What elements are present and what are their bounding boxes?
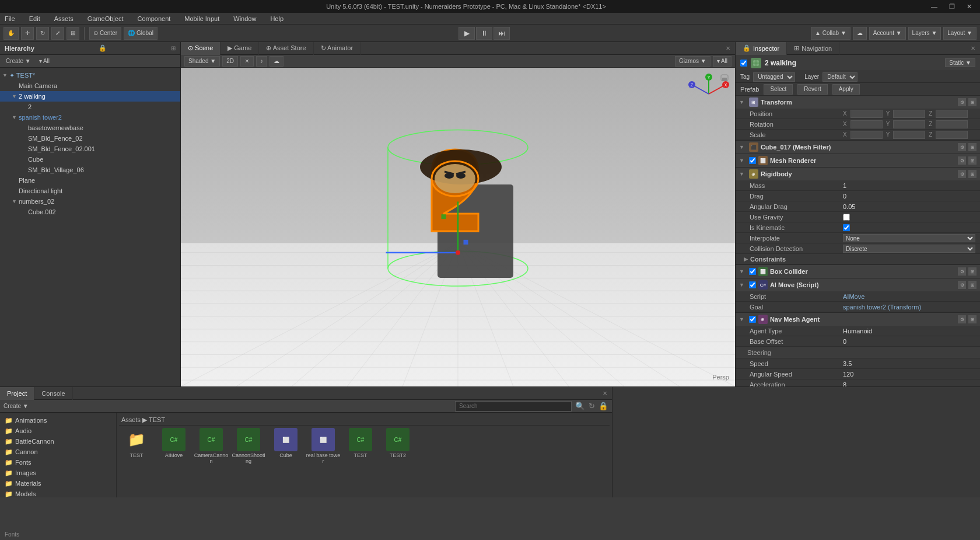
menu-window[interactable]: Window — [231, 15, 258, 22]
ai-move-settings-btn[interactable]: ⚙ — [958, 281, 966, 289]
folder-battlecannon[interactable]: 📁 BattleCannon — [0, 436, 116, 447]
asset-test-folder[interactable]: 📁 TEST — [119, 428, 154, 464]
scale-x[interactable]: 14 — [850, 131, 883, 139]
refresh-icon[interactable]: ↻ — [589, 402, 595, 410]
hier-create-btn[interactable]: Create ▼ — [4, 58, 33, 64]
hier-item-main-camera[interactable]: Main Camera — [0, 81, 180, 91]
lock-project-icon[interactable]: 🔒 — [598, 402, 608, 410]
project-close-btn[interactable]: × — [598, 389, 612, 398]
menu-edit[interactable]: Edit — [27, 15, 43, 22]
tool-move[interactable]: ✛ — [21, 27, 34, 40]
box-collider-more-btn[interactable]: ⊞ — [968, 267, 977, 276]
collision-det-select[interactable]: Discrete — [843, 245, 975, 253]
mesh-renderer-settings-btn[interactable]: ⚙ — [958, 156, 966, 165]
static-btn[interactable]: Static ▼ — [945, 58, 975, 67]
is-kinematic-check[interactable] — [843, 224, 850, 231]
rot-y[interactable]: 270 — [893, 120, 925, 128]
asset-test2-script[interactable]: C# TEST2 — [380, 428, 415, 464]
all-btn[interactable]: ▾ All — [713, 56, 732, 67]
mesh-renderer-more-btn[interactable]: ⊞ — [968, 156, 977, 165]
scale-y[interactable]: 15 — [893, 131, 925, 139]
shaded-btn[interactable]: Shaded ▼ — [184, 56, 220, 67]
menu-help[interactable]: Help — [268, 15, 286, 22]
asset-test-script[interactable]: C# TEST — [343, 428, 378, 464]
tag-select[interactable]: Untagged — [753, 72, 795, 82]
project-create-btn[interactable]: Create ▼ — [4, 403, 29, 409]
rot-z[interactable]: 0 — [936, 120, 968, 128]
apply-btn[interactable]: Apply — [832, 84, 860, 95]
global-toggle[interactable]: 🌐 Global — [124, 27, 158, 40]
hierarchy-expand[interactable]: ⊞ — [171, 45, 176, 51]
folder-models[interactable]: 📁 Models — [0, 489, 116, 497]
audio-btn[interactable]: ♪ — [256, 56, 267, 67]
tool-hand[interactable]: ✋ — [4, 27, 19, 40]
rot-x[interactable]: -90 — [850, 120, 883, 128]
transform-settings-btn[interactable]: ⚙ — [958, 98, 966, 106]
tab-console[interactable]: Console — [34, 387, 72, 400]
hier-item-test[interactable]: ▼ ✦ TEST* — [0, 70, 180, 81]
nav-mesh-header[interactable]: ▼ ⊕ Nav Mesh Agent ⚙ ⊞ — [736, 313, 980, 326]
box-collider-settings-btn[interactable]: ⚙ — [958, 267, 966, 276]
tool-rect[interactable]: ⊞ — [66, 27, 79, 40]
scale-z[interactable]: 15 — [936, 131, 968, 139]
tool-rotate[interactable]: ↻ — [36, 27, 49, 40]
layer-select[interactable]: Default — [822, 72, 858, 82]
gizmos-btn[interactable]: Gizmos ▼ — [675, 56, 710, 67]
hier-item-2-walking[interactable]: ▼ 2 walking — [0, 91, 180, 102]
rigidbody-more-btn[interactable]: ⊞ — [968, 170, 977, 178]
asset-cameracannon[interactable]: C# CameraCannon — [194, 428, 229, 464]
folder-fonts[interactable]: 📁 Fonts — [0, 457, 116, 468]
minimize-btn[interactable]: — — [928, 3, 941, 11]
menu-mobile-input[interactable]: Mobile Input — [182, 15, 222, 22]
interpolate-select[interactable]: None — [843, 234, 975, 242]
asset-cube-prefab[interactable]: ⬜ Cube — [268, 428, 303, 464]
box-collider-header[interactable]: ▼ ⬜ Box Collider ⚙ ⊞ — [736, 265, 980, 278]
viewport[interactable]: Y X Z Persp — [181, 68, 735, 386]
hier-all-btn[interactable]: ▾ All — [37, 58, 52, 64]
tab-inspector[interactable]: 🔒 Inspector — [736, 42, 787, 55]
scene-close-btn[interactable]: × — [721, 44, 735, 53]
close-btn[interactable]: ✕ — [963, 3, 975, 11]
ai-move-more-btn[interactable]: ⊞ — [968, 281, 977, 289]
folder-animations[interactable]: 📁 Animations — [0, 415, 116, 426]
pos-z[interactable]: 18.285 — [936, 110, 968, 118]
fx-btn[interactable]: ☁ — [270, 56, 284, 67]
folder-materials[interactable]: 📁 Materials — [0, 478, 116, 489]
tab-project[interactable]: Project — [0, 387, 34, 400]
folder-cannon[interactable]: 📁 Cannon — [0, 447, 116, 457]
box-collider-check[interactable] — [749, 268, 756, 275]
ai-move-check[interactable] — [749, 281, 756, 288]
maximize-btn[interactable]: ❐ — [946, 3, 958, 11]
step-btn[interactable]: ⏭ — [494, 27, 510, 40]
center-toggle[interactable]: ⊙ Center — [89, 27, 121, 40]
pos-x[interactable]: 15.81885 — [850, 110, 883, 118]
pause-btn[interactable]: ⏸ — [476, 27, 492, 40]
nav-mesh-more-btn[interactable]: ⊞ — [968, 315, 977, 323]
tab-game[interactable]: ▶ Game — [220, 42, 259, 55]
asset-real-base-tower[interactable]: ⬜ real base tower — [306, 428, 341, 464]
hier-item-cube[interactable]: Cube — [0, 154, 180, 165]
tab-scene[interactable]: ⊙ Scene — [181, 42, 220, 55]
mesh-filter-header[interactable]: ▼ ⬛ Cube_017 (Mesh Filter) ⚙ ⊞ — [736, 141, 980, 154]
use-gravity-check[interactable] — [843, 214, 850, 221]
hier-item-dir-light[interactable]: Directional light — [0, 186, 180, 196]
play-btn[interactable]: ▶ — [459, 27, 475, 40]
hier-item-plane[interactable]: Plane — [0, 175, 180, 186]
transform-more-btn[interactable]: ⊞ — [968, 98, 977, 106]
collab-btn[interactable]: ▲ Collab ▼ — [811, 27, 850, 40]
layout-btn[interactable]: Layout ▼ — [943, 27, 977, 40]
tab-asset-store[interactable]: ⊕ Asset Store — [259, 42, 313, 55]
tab-animator[interactable]: ↻ Animator — [314, 42, 360, 55]
tool-scale[interactable]: ⤢ — [51, 27, 64, 40]
nav-mesh-check[interactable] — [749, 316, 756, 323]
folder-images[interactable]: 📁 Images — [0, 468, 116, 478]
constraints-header[interactable]: ▶ Constraints — [736, 254, 980, 264]
hier-item-2[interactable]: 2 — [0, 102, 180, 112]
asset-cannon-shooting[interactable]: C# CannonShooting — [231, 428, 266, 464]
hier-item-sm-village[interactable]: SM_Bld_Village_06 — [0, 165, 180, 175]
mesh-filter-more-btn[interactable]: ⊞ — [968, 143, 977, 151]
menu-component[interactable]: Component — [135, 15, 173, 22]
select-btn[interactable]: Select — [764, 84, 793, 95]
tab-navigation[interactable]: ⊞ Navigation — [787, 42, 839, 55]
mesh-renderer-header[interactable]: ▼ ⬜ Mesh Renderer ⚙ ⊞ — [736, 154, 980, 167]
